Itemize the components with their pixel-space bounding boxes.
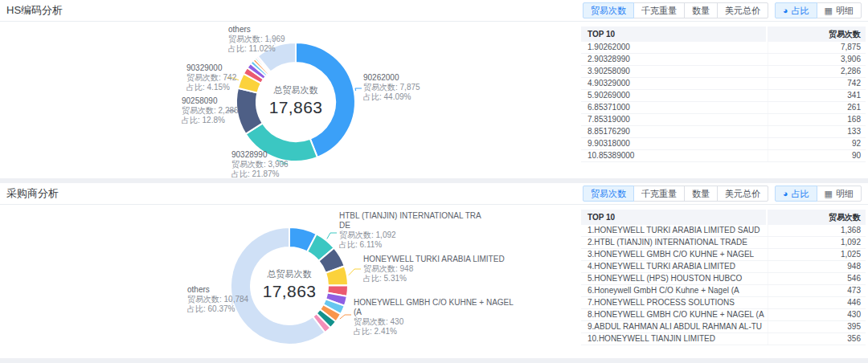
table-row-2: 2.HTBL (TIANJIN) INTERNATIONAL TRADE1,09…: [581, 237, 866, 249]
row-name: 5.90269000: [581, 90, 768, 101]
row-name: 1.90262000: [581, 42, 768, 53]
slice-label: HONEYWELL TURKI ARABIA LIMITED贸易次数: 948占…: [363, 255, 505, 283]
section-body: 总贸易次数 17,863 HTBL (TIANJIN) INTERNATIONA…: [0, 205, 868, 358]
row-value: 1,368: [768, 225, 866, 236]
row-name: 5.HONEYWELL (HPS) HOUSTON HUBCO: [581, 273, 768, 284]
row-value: 948: [768, 261, 866, 272]
donut-center-value: 17,863: [233, 282, 346, 301]
slice-label-name: HONEYWELL TURKI ARABIA LIMITED: [363, 255, 505, 264]
slice-label-name: HONEYWELL GMBH C/O KUHNE + NAGEL: [354, 298, 514, 308]
table-row-10: 10.HONEYWELL TIANJIN LIMITED356: [581, 333, 866, 345]
view-button-group: ◕占比▦明细: [775, 2, 862, 18]
table-row-9: 9.9031800092: [581, 138, 866, 150]
table-row-6: 6.Honeywell GmbH C/O Kuhne + Nagel (A473: [581, 285, 866, 297]
slice-label-name: 90262000: [363, 73, 420, 83]
table-row-10: 10.8538900090: [581, 150, 866, 162]
slice-label: others贸易次数: 1,969占比: 11.02%: [228, 25, 285, 54]
table-header-value: 贸易次数: [768, 210, 866, 225]
pie-icon: ◕: [783, 190, 788, 198]
table-row-7: 7.85319000168: [581, 114, 866, 126]
row-name: 6.Honeywell GmbH C/O Kuhne + Nagel (A: [581, 285, 768, 296]
row-name: 8.85176290: [581, 126, 768, 137]
row-value: 7,875: [768, 42, 866, 53]
donut-center-title: 总贸易次数: [240, 84, 352, 96]
row-value: 168: [768, 114, 866, 125]
view-button-1[interactable]: ▦明细: [817, 2, 862, 18]
slice-label-name: DE: [339, 221, 481, 230]
donut-center-label: 总贸易次数 17,863: [233, 268, 346, 301]
row-value: 446: [768, 297, 866, 308]
view-button-0[interactable]: ◕占比: [775, 2, 817, 18]
metric-button-1[interactable]: 千克重量: [633, 186, 685, 202]
slice-label: 90258090贸易次数: 2,286占比: 12.8%: [182, 96, 239, 125]
row-name: 9.ABDUL RAHMAN ALI ABDUL RAHMAN AL-TU: [581, 321, 768, 332]
table-icon: ▦: [825, 190, 833, 198]
slice-label: HONEYWELL GMBH C/O KUHNE + NAGEL(A贸易次数: …: [354, 298, 514, 336]
slice-label: 90328990贸易次数: 3,906占比: 21.87%: [231, 150, 289, 178]
donut-chart: 总贸易次数 17,863 HTBL (TIANJIN) INTERNATIONA…: [0, 205, 579, 358]
section-title: 采购商分析: [6, 186, 59, 201]
hs-code-analysis-card: HS编码分析 贸易次数千克重量数量美元总价 ◕占比▦明细 总贸易次数 17,86…: [0, 0, 868, 178]
table-row-8: 8.85176290133: [581, 126, 866, 138]
metric-button-2[interactable]: 数量: [684, 186, 718, 202]
top10-table: TOP 10 贸易次数 1.HONEYWELL TURKI ARABIA LIM…: [581, 210, 866, 345]
table-header-rank: TOP 10: [581, 27, 768, 42]
table-row-4: 4.90329000742: [581, 78, 866, 90]
slice-label-name: HTBL (TIANJIN) INTERNATIONAL TRA: [339, 211, 481, 221]
header-toolbar: 贸易次数千克重量数量美元总价 ◕占比▦明细: [583, 2, 862, 18]
table-body: 1.902620007,8752.903289903,9063.90258090…: [581, 42, 866, 162]
metric-button-3[interactable]: 美元总价: [717, 186, 768, 202]
metric-button-2[interactable]: 数量: [684, 2, 718, 18]
slice-label: 90262000贸易次数: 7,875占比: 44.09%: [363, 73, 420, 102]
row-value: 2,286: [768, 66, 866, 77]
row-name: 3.90258090: [581, 66, 768, 77]
slice-label-name: 90328990: [231, 150, 289, 160]
slice-label: 90329000贸易次数: 742占比: 4.15%: [186, 63, 236, 92]
slice-label-stat: 占比: 11.02%: [228, 44, 285, 54]
row-name: 7.HONEYWELL PROCESS SOLUTIONS: [581, 297, 768, 308]
slice-label-stat: 占比: 21.87%: [231, 169, 289, 178]
slice-label-stat: 占比: 4.15%: [186, 83, 236, 92]
slice-label: HTBL (TIANJIN) INTERNATIONAL TRADE贸易次数: …: [339, 211, 481, 250]
row-name: 2.90328990: [581, 54, 768, 65]
slice-label-name: 90329000: [186, 63, 236, 73]
slice-label-stat: 占比: 44.09%: [363, 92, 420, 102]
donut-center-value: 17,863: [240, 98, 352, 117]
top10-table: TOP 10 贸易次数 1.902620007,8752.903289903,9…: [581, 27, 866, 162]
row-value: 1,092: [768, 237, 866, 248]
slice-label-name: 90258090: [182, 96, 239, 106]
slice-label-name: others: [228, 25, 285, 35]
table-header-row: TOP 10 贸易次数: [581, 210, 866, 225]
section-title: HS编码分析: [6, 3, 63, 18]
row-name: 7.85319000: [581, 114, 768, 125]
row-value: 473: [768, 285, 866, 296]
row-name: 4.HONEYWELL TURKI ARABIA LIMITED: [581, 261, 768, 272]
row-value: 90: [768, 150, 866, 161]
slice-label-name: (A: [354, 308, 514, 317]
label-leader-line: [355, 88, 362, 91]
row-name: 6.85371000: [581, 102, 768, 113]
metric-button-0[interactable]: 贸易次数: [583, 186, 634, 202]
table-body: 1.HONEYWELL TURKI ARABIA LIMITED SAUD1,3…: [581, 225, 866, 345]
metric-button-1[interactable]: 千克重量: [633, 2, 685, 18]
table-row-8: 8.HONEYWELL GMBH C/O KUHNE + NAGEL (A430: [581, 309, 866, 321]
metric-button-3[interactable]: 美元总价: [717, 2, 768, 18]
table-row-5: 5.HONEYWELL (HPS) HOUSTON HUBCO546: [581, 273, 866, 285]
slice-label-stat: 贸易次数: 1,092: [339, 230, 481, 240]
table-header-row: TOP 10 贸易次数: [581, 27, 866, 42]
slice-label-stat: 占比: 60.37%: [187, 304, 248, 314]
row-value: 546: [768, 273, 866, 284]
row-name: 1.HONEYWELL TURKI ARABIA LIMITED SAUD: [581, 225, 768, 236]
slice-label-stat: 贸易次数: 742: [186, 73, 236, 83]
buyer-analysis-card: 采购商分析 贸易次数千克重量数量美元总价 ◕占比▦明细 总贸易次数 17,863…: [0, 183, 868, 358]
section-header: HS编码分析 贸易次数千克重量数量美元总价 ◕占比▦明细: [0, 0, 868, 22]
table-header-rank: TOP 10: [581, 210, 768, 225]
table-header-value: 贸易次数: [768, 27, 866, 42]
slice-label-stat: 贸易次数: 430: [354, 317, 514, 327]
view-button-1[interactable]: ▦明细: [817, 186, 862, 202]
view-button-0[interactable]: ◕占比: [775, 186, 817, 202]
table-row-6: 6.85371000261: [581, 102, 866, 114]
metric-button-0[interactable]: 贸易次数: [583, 2, 634, 18]
row-value: 133: [768, 126, 866, 137]
section-header: 采购商分析 贸易次数千克重量数量美元总价 ◕占比▦明细: [0, 183, 868, 205]
